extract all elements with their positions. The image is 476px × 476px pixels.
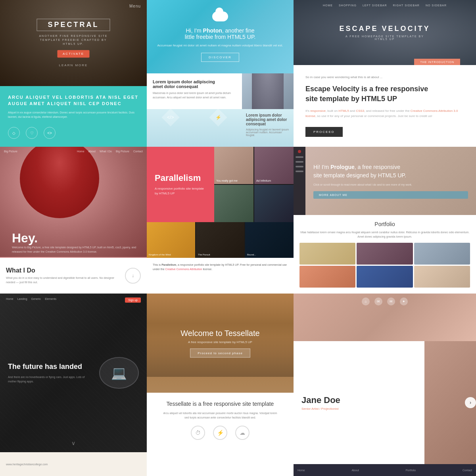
bigpic-nav-about[interactable]: About (88, 150, 96, 153)
jane-social-icon[interactable]: ✦ (400, 298, 408, 305)
tess-icon-2[interactable]: ⚡ (213, 426, 227, 440)
bigpic-down-arrow[interactable]: ↓ (125, 268, 141, 284)
tess-icon-1[interactable]: ⏱ (191, 426, 205, 440)
prologue-sidebar (294, 147, 305, 215)
spectral-title-block: SPECTRAL ANOTHER FINE RESPONSIVE SITE TE… (37, 19, 110, 67)
tess-subtitle: A free responsive site template by HTML5… (155, 340, 286, 344)
escape-nav-right[interactable]: RIGHT SIDEBAR (393, 4, 420, 7)
escape-subtitle: A FREE HOMEPAGE SITE TEMPLATE BY HTML5 U… (339, 35, 430, 40)
jane-bottom-nav-about[interactable]: About (351, 469, 359, 472)
landed-footer-url: www.heritagechristiancollege.com (6, 463, 48, 466)
prologue-gallery-3[interactable] (414, 243, 470, 265)
escape-link-css3[interactable]: CSS3 (356, 109, 364, 113)
prologue-gallery-6[interactable] (414, 266, 470, 288)
tess-icons: ⏱ ⚡ ☁ (191, 426, 250, 440)
spectral-icon-1[interactable]: ◇ (8, 127, 20, 139)
jane-name: Jane Doe (301, 395, 416, 405)
photon-content-title: Lorem ipsum dolor adipiscingamet dolor c… (153, 79, 236, 89)
photon-diamond-1: </> (161, 108, 179, 126)
escape-nav-no[interactable]: NO SIDEBAR (426, 4, 447, 7)
prologue-more-btn[interactable]: MORE ABOUT ME (313, 191, 468, 199)
prologue-gallery-1[interactable] (299, 243, 355, 265)
landed-texture (0, 294, 147, 452)
spectral-learn-more[interactable]: LEARN MORE (37, 63, 110, 67)
prologue-sidebar-item-2[interactable] (296, 161, 303, 163)
photon-body-text: Accumsan feugiat mi dolor sit amet nulla… (157, 43, 283, 48)
jane-next-btn[interactable]: › (465, 397, 476, 408)
spectral-content: ARCU ALIQUET VEL LOBORTIS ATA NISL EGET … (0, 86, 147, 147)
parallel-description: This is Parallelism, a responsive portfo… (153, 263, 288, 271)
photon-feature-desc: Lorem ipsum dolor adipiscing amet dolor … (242, 109, 294, 147)
landed-scroll-arrow[interactable]: ∨ (71, 440, 75, 446)
jane-top-icons: ⌂ ✉ ✉ ✦ (362, 298, 408, 305)
escape-wondering: So in case you were wondering what this … (305, 75, 464, 80)
bigpic-hey-title: Hey. (12, 231, 147, 246)
parallel-bottom-img-2[interactable] (196, 222, 244, 258)
escape-title-block: ESCAPE VELOCITY A FREE HOMEPAGE SITE TEM… (339, 25, 430, 40)
landed-nav-landing[interactable]: Landing (17, 298, 27, 303)
parallel-bottom-img-3[interactable] (245, 222, 294, 258)
bigpic-template: Big Picture Home About What I Do Big Pic… (0, 147, 147, 294)
jane-mail-icon-1[interactable]: ✉ (374, 298, 382, 305)
escape-link-license[interactable]: Creative Commons Attribution 3.0 license (305, 109, 458, 118)
escape-link-responsive[interactable]: responsive (310, 109, 326, 113)
landed-nav-home[interactable]: Home (6, 298, 13, 303)
spectral-menu[interactable]: Menu (129, 4, 141, 8)
escape-nav-home[interactable]: HOME (323, 4, 333, 7)
escape-nav-left[interactable]: LEFT SIDEBAR (363, 4, 387, 7)
parallel-img-1[interactable] (214, 147, 253, 184)
tessellate-template: Welcome to Tessellate A free responsive … (147, 294, 294, 476)
photon-discover-btn[interactable]: DISCOVER (201, 53, 239, 62)
parallel-subtitle: A responsive portfolio site template by … (155, 186, 206, 196)
jane-mail-icon-2[interactable]: ✉ (387, 298, 395, 305)
parallel-intro: Parallelism A responsive portfolio site … (147, 147, 214, 222)
prologue-sidebar-item-3[interactable] (296, 166, 303, 167)
parallel-license-link[interactable]: Creative Commons Attribution (165, 268, 202, 271)
bigpic-section-text: What you do in a nice easy to understand… (6, 276, 121, 284)
prologue-gallery-2[interactable] (357, 243, 413, 265)
landed-signup-btn[interactable]: Sign up (125, 298, 141, 303)
tess-proceed-btn[interactable]: Proceed to second phase (190, 349, 250, 358)
photon-feature-2: ⚡ (194, 109, 242, 147)
landed-nav-links: Home Landing Generic Elements (6, 298, 56, 303)
prologue-gallery-4[interactable] (299, 266, 355, 288)
spectral-activate-btn[interactable]: ACTIVATE (57, 50, 90, 58)
prologue-sidebar-item-1[interactable] (296, 156, 303, 158)
bigpic-nav-big[interactable]: Big Picture (116, 150, 129, 153)
bigpic-nav-home[interactable]: Home (77, 150, 84, 153)
jane-bottom-nav-portfolio[interactable]: Portfolio (405, 469, 416, 472)
parallel-img-3[interactable] (214, 185, 253, 222)
prologue-sidebar-item-4[interactable] (296, 171, 303, 172)
jane-bottom-nav: Home About Portfolio Contact (294, 464, 476, 476)
landed-footer: www.heritagechristiancollege.com (0, 452, 147, 476)
landed-nav-generic[interactable]: Generic (31, 298, 41, 303)
jane-bottom-nav-home[interactable]: Home (298, 469, 305, 472)
spectral-icon-3[interactable]: <> (44, 127, 56, 139)
escape-link-html5[interactable]: HTML5 (338, 109, 349, 113)
tess-bottom: Tessellate is a free responsive site tem… (147, 393, 294, 476)
parallel-title: Parallelism (155, 173, 206, 183)
photon-content-text: Maecenas in purus dolor sed lorem ipsum … (153, 91, 236, 100)
prologue-portfolio: Portfolio Vitae habitasse lorem ornare m… (294, 215, 476, 294)
bigpic-bottom: What I Do What you do in a nice easy to … (0, 258, 147, 294)
landed-nav-elements[interactable]: Elements (45, 298, 56, 303)
bigpic-nav-what[interactable]: What I Do (100, 150, 112, 153)
photon-code-icon: </> (167, 115, 174, 120)
escape-intro-tab[interactable]: THE INTRODUCTION (414, 59, 460, 65)
escape-proceed-btn[interactable]: PROCEED (305, 127, 343, 137)
bigpic-hair (20, 147, 99, 218)
jane-home-icon[interactable]: ⌂ (362, 298, 370, 305)
jane-bottom-nav-contact[interactable]: Contact (463, 469, 472, 472)
photon-text-block: Lorem ipsum dolor adipiscingamet dolor c… (147, 73, 242, 109)
prologue-gallery-5[interactable] (357, 266, 413, 288)
tess-hero-text: Welcome to Tessellate A free responsive … (147, 329, 294, 358)
jane-info: Jane Doe Senior Artist / Projectionist (294, 341, 424, 464)
parallel-bottom-img-1[interactable] (147, 222, 195, 258)
parallel-img-4[interactable] (254, 185, 294, 222)
parallel-img-2[interactable] (254, 147, 294, 184)
spectral-icon-2[interactable]: ♡ (26, 127, 38, 139)
escape-nav-shopping[interactable]: SHOPPING (339, 4, 357, 7)
tess-icon-3[interactable]: ☁ (235, 426, 250, 440)
bigpic-nav-contact[interactable]: Contact (133, 150, 143, 153)
prologue-portfolio-text: Vitae habitasse lorem ornare magna arcu … (299, 230, 470, 239)
